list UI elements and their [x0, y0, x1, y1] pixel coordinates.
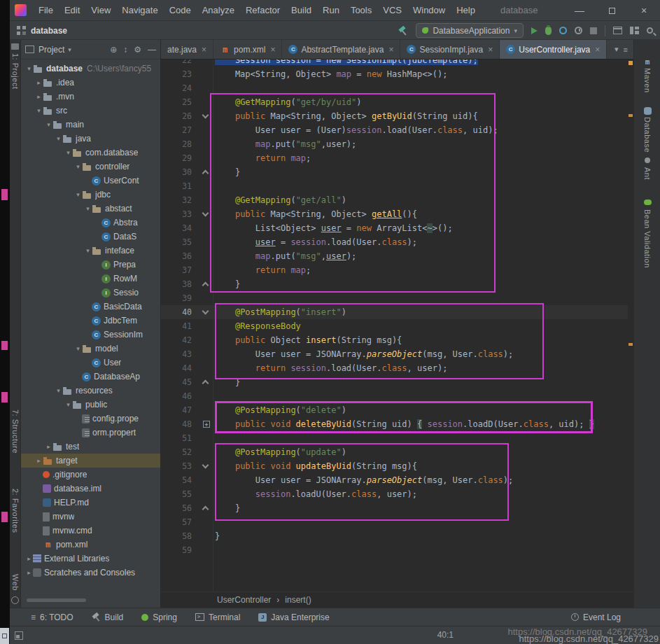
fold-icon[interactable]: [202, 308, 209, 315]
tree-item-database[interactable]: ▾databaseC:\Users\fancy55: [21, 62, 161, 76]
tree-item--gitignore[interactable]: .gitignore: [21, 468, 161, 482]
code-line[interactable]: map.put("msg",user);: [161, 137, 628, 151]
tree-item-target[interactable]: ▸target: [21, 454, 161, 468]
maximize-button[interactable]: [596, 0, 628, 20]
code-line[interactable]: return map;: [161, 151, 628, 165]
stripe-mark[interactable]: [629, 114, 633, 117]
code-pane[interactable]: 2223242526272829303132333435363738394041…: [161, 59, 633, 592]
code-line[interactable]: }: [161, 277, 628, 291]
menu-window[interactable]: Window: [407, 0, 451, 21]
menu-refactor[interactable]: Refactor: [240, 0, 286, 21]
tree-item-help-md[interactable]: HELP.md: [21, 496, 161, 510]
expand-collapse-icon[interactable]: ↕: [123, 45, 127, 55]
tab-sessionimpl-java[interactable]: C SessionImpl.java ×: [400, 40, 500, 59]
chevron-expanded-icon[interactable]: ▾: [55, 387, 62, 394]
tree-item-basicdata[interactable]: CBasicData: [21, 300, 161, 314]
chevron-expanded-icon[interactable]: ▾: [74, 163, 82, 170]
tree-item-rowm[interactable]: IRowM: [21, 272, 161, 286]
fold-icon[interactable]: [202, 462, 209, 469]
chevron-expanded-icon[interactable]: ▾: [64, 149, 72, 156]
code-line[interactable]: return map;: [161, 263, 628, 277]
fold-icon[interactable]: [202, 380, 209, 387]
code-line[interactable]: }: [161, 165, 628, 179]
toolwindow-bean-validation-button[interactable]: Bean Validation: [643, 209, 652, 268]
code-line[interactable]: public void updateByUid(String msg){: [161, 459, 628, 473]
toolwindow-structure-button[interactable]: 7: Structure: [11, 410, 20, 454]
tree-item-scratches-and-consoles[interactable]: ▸Scratches and Consoles: [21, 566, 161, 580]
fold-icon[interactable]: +: [203, 421, 210, 428]
tree-item-jdbc[interactable]: ▾jdbc: [21, 188, 161, 202]
minimize-button[interactable]: —: [563, 0, 596, 20]
toolwindow-spring-button[interactable]: Spring: [141, 612, 177, 622]
tree-item-user[interactable]: CUser: [21, 356, 161, 370]
toolwindow-web-button[interactable]: Web: [11, 574, 20, 591]
tree-item-abstact[interactable]: ▾abstact: [21, 202, 161, 216]
code-line[interactable]: session.loadU(User.class, user);: [161, 487, 628, 501]
tree-item-inteface[interactable]: ▾inteface: [21, 244, 161, 258]
tree-item--idea[interactable]: ▸.idea: [21, 76, 161, 90]
menu-analyze[interactable]: Analyze: [197, 0, 240, 21]
stop-button[interactable]: [590, 27, 597, 34]
code-line[interactable]: }: [161, 529, 628, 543]
code-line[interactable]: }: [161, 501, 628, 515]
code-line[interactable]: public void deleteByUid(String uid) { se…: [161, 417, 628, 431]
tree-item-com-database[interactable]: ▾com.database: [21, 146, 161, 160]
chevron-expanded-icon[interactable]: ▾: [84, 247, 92, 254]
tree-item-datas[interactable]: CDataS: [21, 230, 161, 244]
chevron-expanded-icon[interactable]: ▾: [64, 401, 72, 408]
code-line[interactable]: public Map<String, Object> getByUid(Stri…: [161, 109, 628, 123]
tree-item-sessio[interactable]: ISessio: [21, 286, 161, 300]
code-line[interactable]: @PostMapping("delete"): [161, 403, 628, 417]
fold-icon[interactable]: [202, 282, 209, 289]
code-line[interactable]: @ResponseBody: [161, 319, 628, 333]
tree-item-database-iml[interactable]: database.iml: [21, 482, 161, 496]
caret-position[interactable]: 40:1: [437, 630, 454, 640]
gear-icon[interactable]: ⚙: [134, 45, 141, 55]
tree-item-pom-xml[interactable]: mpom.xml: [21, 538, 161, 552]
code-line[interactable]: map.put("msg",user);: [161, 249, 628, 263]
coverage-button[interactable]: [559, 27, 567, 34]
event-log-button[interactable]: Event Log: [571, 612, 621, 622]
tree-item-test[interactable]: ▸test: [21, 440, 161, 454]
code-line[interactable]: @GetMapping("get/all"): [161, 193, 628, 207]
code-line[interactable]: List<Object> user = new ArrayList<~>();: [161, 221, 628, 235]
menu-file[interactable]: File: [33, 0, 59, 21]
code-line[interactable]: User user = JSONArray.parseObject(msg, U…: [161, 347, 628, 361]
tree-item-resources[interactable]: ▾resources: [21, 384, 161, 398]
close-icon[interactable]: ×: [388, 45, 393, 55]
menu-help[interactable]: Help: [451, 0, 481, 21]
code-line[interactable]: [161, 515, 628, 529]
code-line[interactable]: User user = JSONArray.parseObject(msg, U…: [161, 473, 628, 487]
tree-item-abstra[interactable]: CAbstra: [21, 216, 161, 230]
toolwindow-todo-button[interactable]: ≡ 6: TODO: [31, 612, 73, 622]
profiler-button[interactable]: [575, 27, 582, 34]
close-icon[interactable]: ×: [202, 45, 206, 55]
toolwindow-terminal-button[interactable]: Terminal: [195, 612, 240, 622]
chevron-expanded-icon[interactable]: ▾: [45, 121, 52, 128]
debug-button[interactable]: [545, 27, 552, 35]
tree-item-databaseap[interactable]: CDatabaseAp: [21, 370, 161, 384]
toolwindow-switcher-icon[interactable]: [15, 631, 23, 640]
chevron-collapsed-icon[interactable]: ▸: [25, 569, 33, 576]
toolwindow-java-enterprise-button[interactable]: Java Enterprise: [258, 612, 329, 622]
chevron-expanded-icon[interactable]: ▾: [74, 345, 82, 352]
tree-item-src[interactable]: ▾src: [21, 104, 161, 118]
fold-icon[interactable]: [202, 210, 209, 217]
tab-list-icon[interactable]: ≡: [624, 46, 628, 54]
menu-navigate[interactable]: Navigate: [116, 0, 163, 21]
project-panel-title[interactable]: Project: [38, 45, 64, 55]
menu-view[interactable]: View: [85, 0, 116, 21]
fold-icon[interactable]: [202, 170, 209, 177]
tree-item-mvnw-cmd[interactable]: mvnw.cmd: [21, 524, 161, 538]
toolwindow-build-button[interactable]: Build: [92, 612, 124, 622]
close-icon[interactable]: ×: [488, 45, 493, 55]
menu-code[interactable]: Code: [164, 0, 197, 21]
code-line[interactable]: @PostMapping("update"): [161, 445, 628, 459]
tree-item-usercont[interactable]: CUserCont: [21, 174, 161, 188]
run-button[interactable]: [531, 27, 538, 34]
toolwindow-maven-button[interactable]: Maven: [643, 68, 652, 93]
code-line[interactable]: [161, 389, 628, 403]
menu-vcs[interactable]: VCS: [377, 0, 407, 21]
horizontal-scrollbar[interactable]: [27, 598, 86, 602]
chevron-down-icon[interactable]: ▾: [615, 45, 619, 54]
